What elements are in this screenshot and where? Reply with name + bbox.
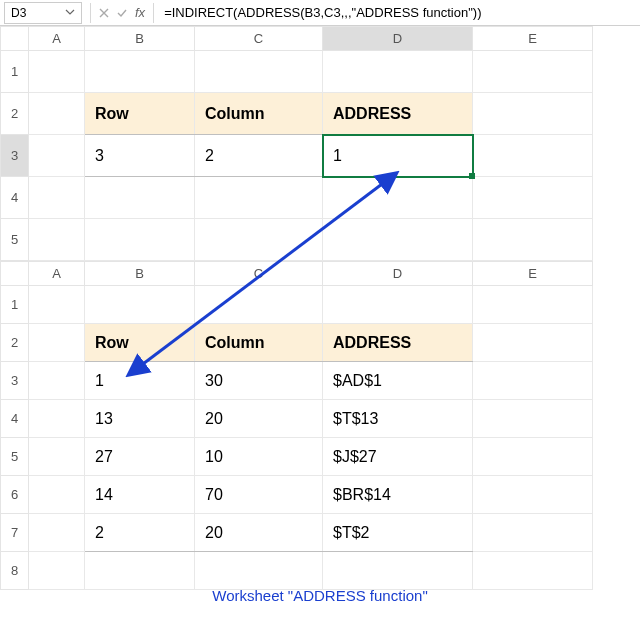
c2-E8[interactable] xyxy=(473,552,593,590)
c2-E7[interactable] xyxy=(473,514,593,552)
cell-D2[interactable]: ADDRESS xyxy=(323,93,473,135)
cell-E3[interactable] xyxy=(473,135,593,177)
c2-A7[interactable] xyxy=(29,514,85,552)
cell-B1[interactable] xyxy=(85,51,195,93)
cell-C5[interactable] xyxy=(195,219,323,261)
c2-A3[interactable] xyxy=(29,362,85,400)
c2-A5[interactable] xyxy=(29,438,85,476)
cell-A3[interactable] xyxy=(29,135,85,177)
select-all[interactable] xyxy=(1,27,29,51)
rowhdr2-1[interactable]: 1 xyxy=(1,286,29,324)
c2-C4[interactable]: 20 xyxy=(195,400,323,438)
select-all-2[interactable] xyxy=(1,262,29,286)
c2-B2[interactable]: Row xyxy=(85,324,195,362)
c2-D5[interactable]: $J$27 xyxy=(323,438,473,476)
c2-E1[interactable] xyxy=(473,286,593,324)
rowhdr2-4[interactable]: 4 xyxy=(1,400,29,438)
c2-A1[interactable] xyxy=(29,286,85,324)
cell-B3[interactable]: 3 xyxy=(85,135,195,177)
cell-B4[interactable] xyxy=(85,177,195,219)
rowhdr2-3[interactable]: 3 xyxy=(1,362,29,400)
c2-E6[interactable] xyxy=(473,476,593,514)
rowhdr2-6[interactable]: 6 xyxy=(1,476,29,514)
c2-B7[interactable]: 2 xyxy=(85,514,195,552)
cell-C2[interactable]: Column xyxy=(195,93,323,135)
c2-B1[interactable] xyxy=(85,286,195,324)
colhdr-C[interactable]: C xyxy=(195,27,323,51)
chevron-down-icon[interactable] xyxy=(65,6,75,20)
c2-E2[interactable] xyxy=(473,324,593,362)
cell-B2[interactable]: Row xyxy=(85,93,195,135)
c2-B8[interactable] xyxy=(85,552,195,590)
c2-D8[interactable] xyxy=(323,552,473,590)
cancel-icon[interactable] xyxy=(95,7,113,19)
cell-D4[interactable] xyxy=(323,177,473,219)
cell-C4[interactable] xyxy=(195,177,323,219)
cell-E5[interactable] xyxy=(473,219,593,261)
colhdr2-B[interactable]: B xyxy=(85,262,195,286)
colhdr2-A[interactable]: A xyxy=(29,262,85,286)
colhdr-E[interactable]: E xyxy=(473,27,593,51)
rowhdr-1[interactable]: 1 xyxy=(1,51,29,93)
cell-E4[interactable] xyxy=(473,177,593,219)
c2-E3[interactable] xyxy=(473,362,593,400)
c2-D1[interactable] xyxy=(323,286,473,324)
colhdr2-E[interactable]: E xyxy=(473,262,593,286)
cell-B5[interactable] xyxy=(85,219,195,261)
caption: Worksheet "ADDRESS function" xyxy=(0,587,640,604)
c2-A4[interactable] xyxy=(29,400,85,438)
cell-A2[interactable] xyxy=(29,93,85,135)
c2-B3[interactable]: 1 xyxy=(85,362,195,400)
rowhdr-2[interactable]: 2 xyxy=(1,93,29,135)
rowhdr-4[interactable]: 4 xyxy=(1,177,29,219)
c2-D2[interactable]: ADDRESS xyxy=(323,324,473,362)
fx-icon[interactable]: fx xyxy=(131,5,149,20)
c2-D7[interactable]: $T$2 xyxy=(323,514,473,552)
cell-A5[interactable] xyxy=(29,219,85,261)
c2-E4[interactable] xyxy=(473,400,593,438)
cell-A4[interactable] xyxy=(29,177,85,219)
rowhdr2-7[interactable]: 7 xyxy=(1,514,29,552)
c2-A2[interactable] xyxy=(29,324,85,362)
rowhdr2-5[interactable]: 5 xyxy=(1,438,29,476)
c2-C2[interactable]: Column xyxy=(195,324,323,362)
rowhdr2-2[interactable]: 2 xyxy=(1,324,29,362)
rowhdr-3[interactable]: 3 xyxy=(1,135,29,177)
c2-C3[interactable]: 30 xyxy=(195,362,323,400)
cell-E2[interactable] xyxy=(473,93,593,135)
c2-D3[interactable]: $AD$1 xyxy=(323,362,473,400)
formula-input[interactable]: =INDIRECT(ADDRESS(B3,C3,,,"ADDRESS funct… xyxy=(158,5,640,20)
colhdr2-D[interactable]: D xyxy=(323,262,473,286)
name-box[interactable]: D3 xyxy=(4,2,82,24)
c2-C7[interactable]: 20 xyxy=(195,514,323,552)
grid-top[interactable]: A B C D E 1 2 Row Column ADDRESS 3 3 2 1… xyxy=(0,26,593,261)
check-icon[interactable] xyxy=(113,7,131,19)
cell-C3[interactable]: 2 xyxy=(195,135,323,177)
c2-A8[interactable] xyxy=(29,552,85,590)
c2-C5[interactable]: 10 xyxy=(195,438,323,476)
cell-D1[interactable] xyxy=(323,51,473,93)
cell-D5[interactable] xyxy=(323,219,473,261)
colhdr-B[interactable]: B xyxy=(85,27,195,51)
rowhdr2-8[interactable]: 8 xyxy=(1,552,29,590)
colhdr2-C[interactable]: C xyxy=(195,262,323,286)
rowhdr-5[interactable]: 5 xyxy=(1,219,29,261)
c2-D4[interactable]: $T$13 xyxy=(323,400,473,438)
cell-E1[interactable] xyxy=(473,51,593,93)
c2-B5[interactable]: 27 xyxy=(85,438,195,476)
c2-B6[interactable]: 14 xyxy=(85,476,195,514)
c2-E5[interactable] xyxy=(473,438,593,476)
c2-C8[interactable] xyxy=(195,552,323,590)
c2-C6[interactable]: 70 xyxy=(195,476,323,514)
c2-B4[interactable]: 13 xyxy=(85,400,195,438)
c2-A6[interactable] xyxy=(29,476,85,514)
c2-C1[interactable] xyxy=(195,286,323,324)
name-box-value: D3 xyxy=(11,6,26,20)
colhdr-A[interactable]: A xyxy=(29,27,85,51)
cell-A1[interactable] xyxy=(29,51,85,93)
cell-D3[interactable]: 1 xyxy=(323,135,473,177)
grid-bottom[interactable]: A B C D E 1 2 Row Column ADDRESS 3 1 30 … xyxy=(0,261,593,590)
cell-C1[interactable] xyxy=(195,51,323,93)
c2-D6[interactable]: $BR$14 xyxy=(323,476,473,514)
colhdr-D[interactable]: D xyxy=(323,27,473,51)
